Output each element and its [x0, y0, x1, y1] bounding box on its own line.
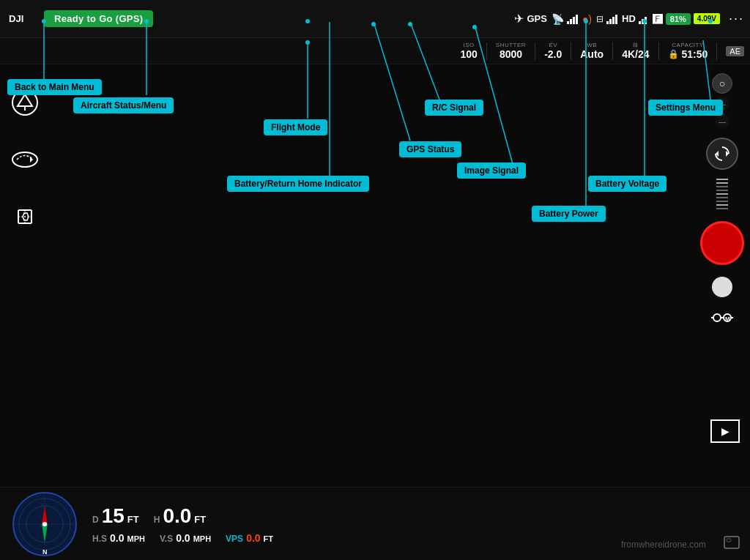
- battery-voltage-dot: [642, 19, 647, 23]
- vs-unit: MPH: [193, 534, 211, 543]
- hs-label: H.S: [92, 534, 107, 544]
- shutter-value: 8000: [500, 48, 522, 60]
- ev-value: -2.0: [544, 48, 562, 60]
- playback-button[interactable]: ▶: [710, 419, 740, 443]
- level-line-6: [716, 197, 728, 198]
- level-line-2: [716, 182, 728, 184]
- flight-mode-target: [305, 40, 310, 45]
- rc-signal-dot: [408, 22, 412, 26]
- wb-setting[interactable]: WB Auto: [580, 42, 604, 60]
- level-line-5: [716, 193, 728, 195]
- more-options-button[interactable]: ···: [729, 11, 744, 26]
- shutter-setting[interactable]: SHUTTER 8000: [496, 42, 526, 60]
- level-line-3: [716, 186, 728, 187]
- zoom-in-button[interactable]: ○: [712, 73, 732, 94]
- voltage-badge: 4.09V: [694, 13, 720, 24]
- distance-item: D 15 FT: [92, 504, 139, 528]
- separator-6: [716, 42, 717, 60]
- camera-settings: ISO 100 SHUTTER 8000 EV -2.0 WB Auto ⊟ 4…: [460, 42, 744, 60]
- battery-power-dot: [584, 19, 588, 23]
- svg-text:N: N: [42, 548, 48, 556]
- play-icon: ▶: [721, 425, 729, 437]
- height-value: 0.0: [163, 504, 191, 528]
- vs-label: V.S: [160, 534, 173, 544]
- photo-mode-button[interactable]: [712, 277, 732, 297]
- drone-icon: ✈: [514, 12, 524, 26]
- gps-status-dot: [371, 22, 376, 26]
- distance-value: 15: [102, 504, 125, 528]
- svg-point-14: [12, 152, 37, 167]
- svg-text:DJI: DJI: [9, 13, 24, 24]
- wb-label: WB: [587, 42, 597, 48]
- separator-1: [486, 42, 487, 60]
- vps-value: 0.0: [246, 532, 260, 544]
- waypoint-button[interactable]: [10, 202, 40, 231]
- ev-label: EV: [549, 42, 557, 48]
- flight-mode-dot: [305, 19, 310, 23]
- hd-label: HD: [622, 13, 636, 24]
- bottom-bar: N D 15 FT H 0.0 FT H.S 0.0 MPH: [0, 487, 750, 560]
- compass: N: [12, 491, 78, 557]
- sd-icon: 🔒: [668, 49, 679, 59]
- record-button[interactable]: [700, 221, 744, 265]
- annotation-battery-return: Battery/Return Home Indicator: [227, 176, 369, 192]
- separator-3: [571, 42, 571, 60]
- height-unit: FT: [194, 514, 206, 525]
- capacity-label: CAPACITY: [672, 42, 703, 48]
- wb-value: Auto: [580, 48, 604, 60]
- height-label: H: [154, 515, 160, 525]
- vps-item: VPS 0.0 FT: [226, 532, 273, 544]
- svg-rect-40: [724, 537, 739, 548]
- rc-signal-group: 📡: [552, 13, 578, 25]
- h-speed-item: H.S 0.0 MPH: [92, 532, 145, 544]
- camera-settings-bar: ISO 100 SHUTTER 8000 EV -2.0 WB Auto ⊟ 4…: [0, 38, 750, 64]
- svg-point-25: [713, 314, 721, 321]
- ev-setting[interactable]: EV -2.0: [544, 42, 562, 60]
- annotation-back-to-main: Back to Main Menu: [7, 79, 102, 95]
- level-line-4: [716, 190, 728, 191]
- svg-point-39: [42, 522, 47, 526]
- annotation-battery-voltage: Battery Voltage: [588, 176, 667, 192]
- separator-5: [658, 42, 659, 60]
- battery-icon: 🅵: [653, 13, 663, 25]
- res-value: 4K/24: [622, 48, 649, 60]
- camera-switch-button[interactable]: [706, 138, 738, 170]
- ae-badge[interactable]: AE: [726, 46, 744, 56]
- annotation-rc-signal: R/C Signal: [425, 100, 483, 116]
- camera-settings-button[interactable]: M: [708, 303, 737, 332]
- status-title: Ready to Go (GPS): [44, 10, 514, 27]
- left-icons: [10, 88, 40, 231]
- vps-unit: FT: [264, 534, 273, 543]
- v-speed-item: V.S 0.0 MPH: [160, 532, 211, 544]
- res-label: ⊟: [633, 42, 639, 48]
- annotation-settings-menu: Settings Menu: [648, 100, 723, 116]
- rc-icon: 📡: [552, 13, 564, 25]
- watermark: fromwhereidrone.com: [621, 540, 706, 550]
- image-signal-dot: [472, 25, 477, 29]
- level-line-9: [716, 208, 728, 209]
- vs-value: 0.0: [176, 532, 190, 544]
- capacity-setting: CAPACITY 🔒 51:50: [668, 42, 708, 60]
- distance-unit: FT: [127, 514, 139, 525]
- level-line-1: [716, 179, 728, 180]
- level-meter: [716, 179, 728, 209]
- dji-logo: DJI: [6, 3, 38, 35]
- ready-badge: Ready to Go (GPS): [44, 10, 153, 27]
- battery-percent: 81%: [666, 13, 691, 25]
- iso-label: ISO: [464, 42, 475, 48]
- svg-rect-41: [727, 539, 731, 542]
- iso-setting[interactable]: ISO 100: [460, 42, 477, 60]
- annotation-gps-status: GPS Status: [399, 141, 461, 157]
- orbit-mode-button[interactable]: [10, 145, 40, 174]
- hs-value: 0.0: [110, 532, 124, 544]
- back-to-main-dot: [42, 19, 46, 23]
- zoom-mid-button[interactable]: —: [715, 114, 729, 129]
- image-signal-bars: [606, 14, 617, 24]
- iso-value: 100: [460, 48, 477, 60]
- separator-2: [535, 42, 535, 60]
- svg-marker-15: [30, 157, 33, 163]
- vps-label: VPS: [226, 534, 243, 544]
- image-signal-group: ⊟: [596, 14, 617, 24]
- screenshot-button[interactable]: [724, 536, 740, 553]
- res-setting[interactable]: ⊟ 4K/24: [622, 42, 649, 60]
